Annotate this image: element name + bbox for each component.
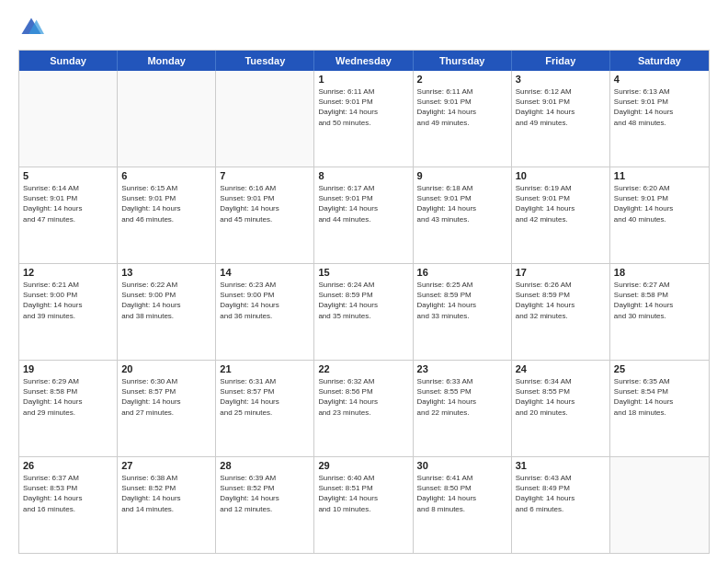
header-day: Thursday xyxy=(414,51,512,71)
cell-info: Sunrise: 6:11 AM Sunset: 9:01 PM Dayligh… xyxy=(318,86,408,128)
calendar-cell: 14Sunrise: 6:23 AM Sunset: 9:00 PM Dayli… xyxy=(216,264,314,360)
calendar-body: 1Sunrise: 6:11 AM Sunset: 9:01 PM Daylig… xyxy=(19,71,709,553)
calendar-cell xyxy=(216,71,314,167)
header-day: Friday xyxy=(512,51,610,71)
cell-info: Sunrise: 6:32 AM Sunset: 8:56 PM Dayligh… xyxy=(318,376,408,418)
day-number: 20 xyxy=(121,363,211,374)
calendar-cell: 18Sunrise: 6:27 AM Sunset: 8:58 PM Dayli… xyxy=(610,264,709,360)
cell-info: Sunrise: 6:16 AM Sunset: 9:01 PM Dayligh… xyxy=(220,183,310,224)
day-number: 27 xyxy=(121,460,211,471)
cell-info: Sunrise: 6:12 AM Sunset: 9:01 PM Dayligh… xyxy=(516,86,606,128)
calendar-cell: 26Sunrise: 6:37 AM Sunset: 8:53 PM Dayli… xyxy=(19,457,118,553)
day-number: 12 xyxy=(23,267,113,278)
header-day: Tuesday xyxy=(216,51,314,71)
cell-info: Sunrise: 6:39 AM Sunset: 8:52 PM Dayligh… xyxy=(220,473,310,514)
day-number: 21 xyxy=(220,363,310,374)
logo xyxy=(18,15,48,40)
day-number: 18 xyxy=(614,267,705,278)
cell-info: Sunrise: 6:15 AM Sunset: 9:01 PM Dayligh… xyxy=(121,183,211,224)
calendar-cell: 2Sunrise: 6:11 AM Sunset: 9:01 PM Daylig… xyxy=(414,71,512,167)
calendar-cell: 1Sunrise: 6:11 AM Sunset: 9:01 PM Daylig… xyxy=(314,71,413,167)
day-number: 19 xyxy=(23,363,113,374)
calendar-cell: 29Sunrise: 6:40 AM Sunset: 8:51 PM Dayli… xyxy=(314,457,413,553)
calendar-header: SundayMondayTuesdayWednesdayThursdayFrid… xyxy=(19,51,709,71)
header-day: Monday xyxy=(118,51,216,71)
cell-info: Sunrise: 6:35 AM Sunset: 8:54 PM Dayligh… xyxy=(614,376,705,418)
logo-icon xyxy=(18,15,44,40)
day-number: 26 xyxy=(23,460,113,471)
cell-info: Sunrise: 6:23 AM Sunset: 9:00 PM Dayligh… xyxy=(220,280,310,321)
cell-info: Sunrise: 6:41 AM Sunset: 8:50 PM Dayligh… xyxy=(417,473,507,514)
day-number: 8 xyxy=(318,170,408,181)
day-number: 2 xyxy=(417,74,507,85)
day-number: 6 xyxy=(121,170,211,181)
day-number: 31 xyxy=(516,460,606,471)
calendar-cell: 7Sunrise: 6:16 AM Sunset: 9:01 PM Daylig… xyxy=(216,167,314,263)
calendar-cell: 23Sunrise: 6:33 AM Sunset: 8:55 PM Dayli… xyxy=(414,361,512,456)
header-day: Saturday xyxy=(610,51,709,71)
calendar-cell xyxy=(19,71,118,167)
day-number: 22 xyxy=(318,363,408,374)
calendar-cell: 12Sunrise: 6:21 AM Sunset: 9:00 PM Dayli… xyxy=(19,264,118,360)
calendar-cell: 28Sunrise: 6:39 AM Sunset: 8:52 PM Dayli… xyxy=(216,457,314,553)
cell-info: Sunrise: 6:34 AM Sunset: 8:55 PM Dayligh… xyxy=(516,376,606,418)
cell-info: Sunrise: 6:25 AM Sunset: 8:59 PM Dayligh… xyxy=(417,280,507,321)
cell-info: Sunrise: 6:11 AM Sunset: 9:01 PM Dayligh… xyxy=(417,86,507,128)
calendar-cell: 15Sunrise: 6:24 AM Sunset: 8:59 PM Dayli… xyxy=(314,264,413,360)
calendar-cell: 24Sunrise: 6:34 AM Sunset: 8:55 PM Dayli… xyxy=(512,361,610,456)
cell-info: Sunrise: 6:26 AM Sunset: 8:59 PM Dayligh… xyxy=(516,280,606,321)
cell-info: Sunrise: 6:40 AM Sunset: 8:51 PM Dayligh… xyxy=(318,473,408,514)
cell-info: Sunrise: 6:19 AM Sunset: 9:01 PM Dayligh… xyxy=(516,183,606,224)
cell-info: Sunrise: 6:33 AM Sunset: 8:55 PM Dayligh… xyxy=(417,376,507,418)
calendar-cell: 16Sunrise: 6:25 AM Sunset: 8:59 PM Dayli… xyxy=(414,264,512,360)
calendar-cell: 10Sunrise: 6:19 AM Sunset: 9:01 PM Dayli… xyxy=(512,167,610,263)
cell-info: Sunrise: 6:24 AM Sunset: 8:59 PM Dayligh… xyxy=(318,280,408,321)
cell-info: Sunrise: 6:30 AM Sunset: 8:57 PM Dayligh… xyxy=(121,376,211,418)
day-number: 17 xyxy=(516,267,606,278)
day-number: 30 xyxy=(417,460,507,471)
calendar-row: 5Sunrise: 6:14 AM Sunset: 9:01 PM Daylig… xyxy=(19,167,709,263)
header xyxy=(18,15,710,40)
calendar-cell: 11Sunrise: 6:20 AM Sunset: 9:01 PM Dayli… xyxy=(610,167,709,263)
cell-info: Sunrise: 6:37 AM Sunset: 8:53 PM Dayligh… xyxy=(23,473,113,514)
cell-info: Sunrise: 6:31 AM Sunset: 8:57 PM Dayligh… xyxy=(220,376,310,418)
day-number: 29 xyxy=(318,460,408,471)
cell-info: Sunrise: 6:27 AM Sunset: 8:58 PM Dayligh… xyxy=(614,280,705,321)
calendar-row: 1Sunrise: 6:11 AM Sunset: 9:01 PM Daylig… xyxy=(19,71,709,167)
page: SundayMondayTuesdayWednesdayThursdayFrid… xyxy=(0,0,728,563)
day-number: 23 xyxy=(417,363,507,374)
cell-info: Sunrise: 6:22 AM Sunset: 9:00 PM Dayligh… xyxy=(121,280,211,321)
day-number: 1 xyxy=(318,74,408,85)
calendar: SundayMondayTuesdayWednesdayThursdayFrid… xyxy=(18,50,710,554)
calendar-cell: 3Sunrise: 6:12 AM Sunset: 9:01 PM Daylig… xyxy=(512,71,610,167)
calendar-row: 12Sunrise: 6:21 AM Sunset: 9:00 PM Dayli… xyxy=(19,263,709,360)
cell-info: Sunrise: 6:14 AM Sunset: 9:01 PM Dayligh… xyxy=(23,183,113,224)
day-number: 7 xyxy=(220,170,310,181)
calendar-cell: 22Sunrise: 6:32 AM Sunset: 8:56 PM Dayli… xyxy=(314,361,413,456)
calendar-cell: 6Sunrise: 6:15 AM Sunset: 9:01 PM Daylig… xyxy=(118,167,216,263)
header-day: Sunday xyxy=(19,51,118,71)
cell-info: Sunrise: 6:21 AM Sunset: 9:00 PM Dayligh… xyxy=(23,280,113,321)
day-number: 5 xyxy=(23,170,113,181)
calendar-cell: 8Sunrise: 6:17 AM Sunset: 9:01 PM Daylig… xyxy=(314,167,413,263)
cell-info: Sunrise: 6:13 AM Sunset: 9:01 PM Dayligh… xyxy=(614,86,705,128)
cell-info: Sunrise: 6:18 AM Sunset: 9:01 PM Dayligh… xyxy=(417,183,507,224)
calendar-row: 26Sunrise: 6:37 AM Sunset: 8:53 PM Dayli… xyxy=(19,456,709,553)
day-number: 15 xyxy=(318,267,408,278)
cell-info: Sunrise: 6:17 AM Sunset: 9:01 PM Dayligh… xyxy=(318,183,408,224)
cell-info: Sunrise: 6:43 AM Sunset: 8:49 PM Dayligh… xyxy=(516,473,606,514)
day-number: 16 xyxy=(417,267,507,278)
calendar-cell: 19Sunrise: 6:29 AM Sunset: 8:58 PM Dayli… xyxy=(19,361,118,456)
calendar-cell: 21Sunrise: 6:31 AM Sunset: 8:57 PM Dayli… xyxy=(216,361,314,456)
day-number: 10 xyxy=(516,170,606,181)
cell-info: Sunrise: 6:29 AM Sunset: 8:58 PM Dayligh… xyxy=(23,376,113,418)
day-number: 28 xyxy=(220,460,310,471)
header-day: Wednesday xyxy=(314,51,413,71)
day-number: 4 xyxy=(614,74,705,85)
calendar-cell: 17Sunrise: 6:26 AM Sunset: 8:59 PM Dayli… xyxy=(512,264,610,360)
day-number: 11 xyxy=(614,170,705,181)
calendar-row: 19Sunrise: 6:29 AM Sunset: 8:58 PM Dayli… xyxy=(19,360,709,456)
calendar-cell xyxy=(610,457,709,553)
calendar-cell: 25Sunrise: 6:35 AM Sunset: 8:54 PM Dayli… xyxy=(610,361,709,456)
cell-info: Sunrise: 6:20 AM Sunset: 9:01 PM Dayligh… xyxy=(614,183,705,224)
